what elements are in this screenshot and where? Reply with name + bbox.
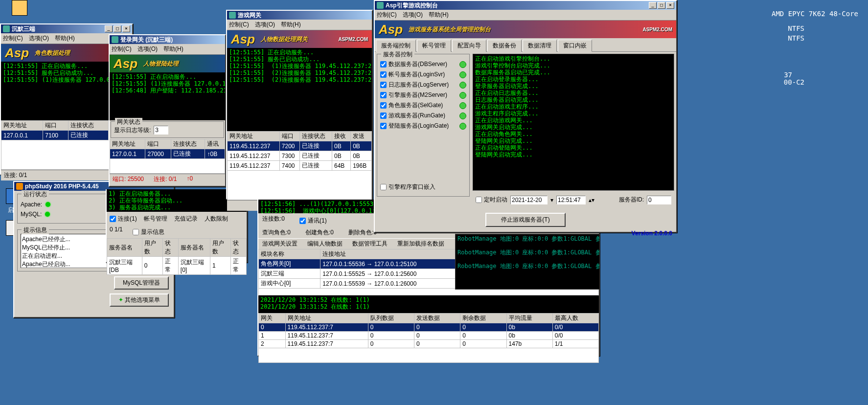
banner-text: 角色数据处理 xyxy=(35,49,70,57)
val2: 00-C2 xyxy=(784,78,804,86)
tab-config[interactable]: 配置向导 xyxy=(452,40,486,52)
mysql-led xyxy=(45,212,50,217)
table-row[interactable]: 127.0.0.127000已连接↑0B xyxy=(110,149,225,159)
app-icon xyxy=(112,36,118,43)
table-row[interactable]: 2119.45.112.237:7000147b1/1 xyxy=(259,340,599,348)
count: 0 1/1 xyxy=(110,226,123,238)
desktop-icon-1[interactable] xyxy=(10,0,29,18)
time-input[interactable] xyxy=(556,196,586,204)
gateway-table: 网关地址端口连接状态通讯127.0.0.127000已连接↑0B xyxy=(110,139,225,174)
btn-reload[interactable]: 重新加载排名数据 xyxy=(397,240,444,248)
date-input[interactable] xyxy=(510,196,548,204)
status: 连接: 0/1 xyxy=(4,171,27,180)
close-button[interactable]: × xyxy=(666,2,674,9)
tab-bar: 服务端控制 帐号管理 配置向导 数据备份 数据清理 窗口内嵌 xyxy=(375,38,676,52)
spinner-icon[interactable]: ▴▾ xyxy=(589,197,594,203)
tab-acct[interactable]: 帐号管理 xyxy=(144,215,167,223)
title: 沉默三端 xyxy=(12,25,105,33)
engine-log: 正在启动游戏引擎控制台... 游戏引擎控制台启动完成... 数据库服务器启动已完… xyxy=(473,54,674,191)
embed-checkbox[interactable]: 引擎程序窗口嵌入 xyxy=(380,183,466,191)
server-table: 服务器名用户数状态服务器名用户数状态沉默三端[DB0正常沉默三端[0]1正常 xyxy=(107,238,247,275)
run-status-label: 运行状态 xyxy=(22,190,49,199)
window-asp-console: Asp引擎游戏控制台_□× 控制(C)选项(O)帮助(H) Asp游戏服务器系统… xyxy=(374,0,677,233)
serverid-input[interactable] xyxy=(647,196,671,204)
table-row[interactable]: 119.45.112.2377400已连接64B196B xyxy=(228,161,372,171)
sb-port: 端口: 25500 xyxy=(113,175,144,183)
window-login-gateway: 登录网关 (沉默三端) 控制(C)选项(O)帮助(H) Asp人物登陆处理 [1… xyxy=(109,34,226,187)
apache-led xyxy=(46,202,50,207)
asp-logo: Asp xyxy=(114,56,137,71)
table-row[interactable]: 119.45.112.2377300已连接0B0B xyxy=(228,151,372,161)
serverid-label: 服务器ID: xyxy=(619,196,644,204)
asp-logo: Asp xyxy=(379,22,403,37)
dropdown-icon[interactable]: ▾ xyxy=(550,197,553,203)
check-icon xyxy=(459,112,466,119)
window-game-gateway: 游戏网关 控制(C)选项(O)帮助(H) Asp人物数据处理网关ASPM2.CO… xyxy=(226,10,373,200)
btn-gwset[interactable]: 游戏网关设置 xyxy=(262,240,297,248)
loglevel-label: 显示日志等级: xyxy=(114,126,151,135)
gateway-table: 网关地址端口连接状态接收发送 119.45.112.2377200已连接0B0B… xyxy=(227,131,372,200)
stop-server-button[interactable]: 停止游戏服务器(T) xyxy=(485,213,565,227)
sb-up: ↑0 xyxy=(186,175,193,183)
minimize-button[interactable]: _ xyxy=(105,25,113,32)
show-checkbox[interactable]: 显示信息 xyxy=(133,228,164,236)
app-icon xyxy=(3,25,10,32)
table-row[interactable]: 119.45.112.2377200已连接0B0B xyxy=(228,141,372,151)
tab-charge[interactable]: 充值记录 xyxy=(174,215,198,223)
banner-url: ASPM2.COM xyxy=(338,37,368,42)
fs-info1: NTFS xyxy=(788,24,804,32)
table-row[interactable]: 0119.45.112.237:70000b0/0 xyxy=(259,323,599,332)
mysql-label: MySQL: xyxy=(21,211,42,218)
asp-logo: Asp xyxy=(231,32,255,47)
table-row[interactable]: 沉默三端[DB0正常沉默三端[0]1正常 xyxy=(107,257,247,275)
btn-editchar[interactable]: 编辑人物数据 xyxy=(307,240,343,248)
app-icon xyxy=(16,183,23,190)
tab-limit[interactable]: 人数限制 xyxy=(205,215,228,223)
version-label: Version 2.0.0.0 xyxy=(375,229,676,238)
check-icon xyxy=(459,102,466,109)
server-control-label: 服务器控制 xyxy=(381,50,414,59)
log-console: [12:51:55] 正在启动服务... [12:51:55] 服务已启动成功.… xyxy=(227,48,372,131)
title: 登录网关 (沉默三端) xyxy=(120,36,223,44)
apache-label: Apache: xyxy=(21,201,42,208)
title: 游戏网关 xyxy=(238,11,370,20)
val1: 37 xyxy=(784,71,792,79)
btn-datamgr[interactable]: 数据管理工具 xyxy=(352,240,388,248)
maximize-button[interactable]: □ xyxy=(114,25,121,32)
maximize-button[interactable]: □ xyxy=(658,2,665,9)
server-dbserver[interactable]: 数据服务器(DBServer) xyxy=(380,60,466,68)
loglevel-input[interactable] xyxy=(154,126,168,135)
minimize-button[interactable]: _ xyxy=(649,2,657,9)
mysql-manager-button[interactable]: MySQL管理器 xyxy=(114,276,169,290)
gateway-stats-table: 网关网关地址队列数据发送数据剩余数据平均流量最高人数 0119.45.112.2… xyxy=(258,313,599,363)
asp-logo: Asp xyxy=(5,45,29,61)
gk-label: 网关状态 xyxy=(115,118,142,126)
tab-backup[interactable]: 数据备份 xyxy=(487,40,522,52)
time-log: 2021/12/20 13:21:52 在线数: 1(1) 2021/12/20… xyxy=(258,295,599,313)
app-icon xyxy=(377,2,384,9)
title: Asp引擎游戏控制台 xyxy=(386,1,649,10)
banner-text: 人物登陆处理 xyxy=(143,60,179,68)
tab-account[interactable]: 帐号管理 xyxy=(417,40,451,52)
tab-embed[interactable]: 窗口内嵌 xyxy=(558,40,592,52)
check-icon xyxy=(459,71,466,78)
server-logingate[interactable]: 登陆服务器(LoginGate) xyxy=(380,122,466,130)
check-icon xyxy=(459,61,466,68)
timed-start-checkbox[interactable]: 定时启动 xyxy=(476,196,507,204)
close-button[interactable]: × xyxy=(122,25,130,32)
table-row[interactable]: 1119.45.112.237:70000b0/0 xyxy=(259,332,599,340)
cpu-info: AMD EPYC 7K62 48-Core xyxy=(772,10,858,18)
robot-log: RobotManage 地图:0 座标:0:0 参数1:GLOBAL 参数2:行… xyxy=(455,234,600,290)
tab-clean[interactable]: 数据清理 xyxy=(523,40,557,52)
other-options-button[interactable]: ✦ 其他选项菜单 xyxy=(110,293,169,307)
banner-url: ASPM2.COM xyxy=(642,27,672,32)
server-logserver[interactable]: 日志服务器(LogServer) xyxy=(380,81,466,89)
server-rungate[interactable]: 游戏服务器(RunGate) xyxy=(380,112,466,120)
fs-info2: NTFS xyxy=(788,34,804,42)
server-loginsvr[interactable]: 帐号服务器(LoginSvr) xyxy=(380,70,466,79)
server-selgate[interactable]: 角色服务器(SelGate) xyxy=(380,101,466,110)
conn-checkbox[interactable]: 连接(1) xyxy=(110,215,137,223)
check-icon xyxy=(459,82,466,89)
server-m2server[interactable]: 引擎服务器(M2Server) xyxy=(380,91,466,99)
info-label: 提示信息 xyxy=(22,226,49,234)
